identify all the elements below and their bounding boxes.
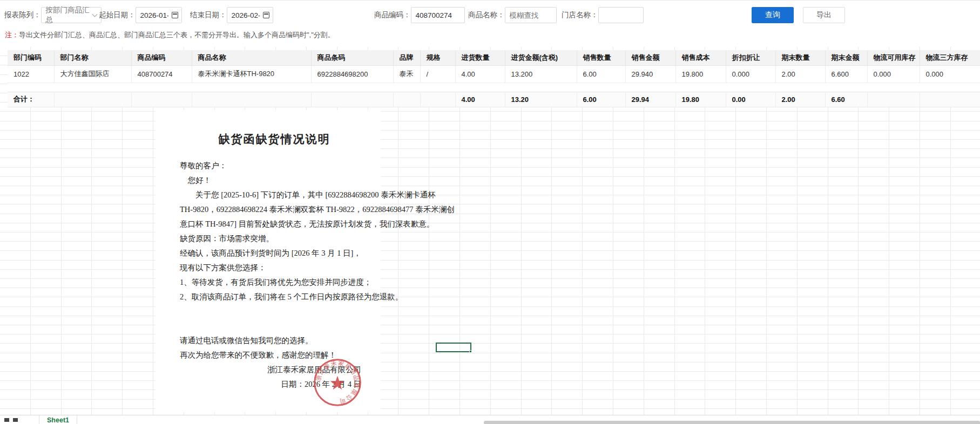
product-code-group: 商品编码： [374,7,465,23]
letter-line: 关于您 [2025-10-6] 下订的订单，其中 [6922884698200 … [180,188,369,202]
store-name-label: 门店名称： [562,7,598,23]
cell: 泰禾米澜卡通杯TH-9820 [192,65,311,83]
note-prefix: 注： [5,31,19,39]
product-code-input[interactable] [411,7,465,23]
calendar-icon[interactable] [172,12,178,18]
cell: 1022 [8,65,54,83]
end-date-group: 结束日期： [190,7,273,23]
total-cell: 6.60 [825,92,867,107]
calendar-icon[interactable] [263,12,269,18]
total-cell: 4.00 [455,92,505,107]
report-type-select[interactable]: 按部门商品汇总 [41,7,102,23]
cell: 大方佳鑫国际店 [54,65,131,83]
report-table: 部门编码 部门名称 商品编码 商品名称 商品条码 品牌 规格 进货数量 进货金额… [8,50,980,107]
note-text: 导出文件分部门汇总、商品汇总、部门商品汇总三个表，不需分开导出。输入多个商品编码… [19,31,335,39]
letter-line: 1、等待发货，有货后我们将优先为您安排并同步进度； [180,275,369,290]
report-type-group: 报表陈列： 按部门商品汇总 [4,7,102,23]
cell: 0.000 [920,65,980,83]
cell: 泰禾 [393,65,420,83]
letter-line: TH-9820，6922884698224 泰禾米澜双套杯 TH-9822，69… [180,202,369,217]
col-header: 进货金额(含税) [505,50,577,65]
cell: 2.00 [775,65,825,83]
col-header: 进货数量 [455,50,505,65]
col-header: 销售金额 [625,50,675,65]
table-total-row: 合计： 4.00 13.20 6.00 29.94 19.80 0.00 2.0… [8,92,980,107]
table-header-row: 部门编码 部门名称 商品编码 商品名称 商品条码 品牌 规格 进货数量 进货金额… [8,50,980,65]
cell: 0.000 [726,65,775,83]
col-header: 品牌 [393,50,420,65]
col-header: 规格 [420,50,455,65]
table-row[interactable]: 1022 大方佳鑫国际店 408700274 泰禾米澜卡通杯TH-9820 69… [8,65,980,83]
letter-title: 缺货函缺货情况说明 [180,132,369,150]
filter-toolbar: 报表陈列： 按部门商品汇总 起始日期： 结束日期： 商品编码： 商品 [0,1,980,47]
store-name-input[interactable] [598,7,644,23]
cell: 0.000 [867,65,920,83]
total-cell [420,92,455,107]
product-name-label: 商品名称： [468,7,505,23]
export-button[interactable]: 导出 [803,7,845,23]
fill-handle[interactable] [469,350,472,353]
total-cell [311,92,393,107]
col-header: 销售成本 [675,50,726,65]
col-header: 部门名称 [54,50,131,65]
letter-line: 缺货原因：市场需求突增。 [180,231,369,246]
col-header: 物流可用库存 [867,50,920,65]
cell: 408700274 [131,65,192,83]
col-header: 部门编码 [8,50,54,65]
total-cell [393,92,420,107]
col-header: 期末数量 [775,50,825,65]
letter-line: 您好！ [180,173,369,188]
letter-line [180,304,369,319]
letter-line [180,319,369,333]
sheet-tab-partial[interactable] [2,415,23,424]
total-cell: 19.80 [675,92,726,107]
letter-line: 请通过电话或微信告知我司您的选择。 [180,333,369,348]
col-header: 折扣折让 [726,50,775,65]
letter-line: 2、取消该商品订单，我们将在 5 个工作日内按原路径为您退款。 [180,290,369,304]
start-date-group: 起始日期： [99,7,182,23]
col-header: 物流三方库存 [920,50,980,65]
total-cell: 29.94 [625,92,675,107]
letter-line: 经确认，该商品预计到货时间为 [2026 年 3 月 1 日]， [180,246,369,261]
cell: 13.200 [505,65,577,83]
col-header: 商品条码 [311,50,393,65]
product-code-label: 商品编码： [374,7,411,23]
total-cell [192,92,311,107]
cell: 6.600 [825,65,867,83]
report-type-label: 报表陈列： [4,7,41,23]
total-cell [54,92,131,107]
total-cell [867,92,920,107]
letter-line: 尊敬的客户： [180,159,369,173]
query-button[interactable]: 查询 [752,7,794,23]
letter-line: 意口杯 TH-9847] 目前暂处缺货状态，无法按原计划发货，我们深表歉意。 [180,217,369,231]
end-date-label: 结束日期： [190,7,227,23]
cell: 6922884698200 [311,65,393,83]
export-note: 注：导出文件分部门汇总、商品汇总、部门商品汇总三个表，不需分开导出。输入多个商品… [5,30,335,40]
star-icon [330,376,345,389]
start-date-label: 起始日期： [99,7,136,23]
col-header: 期末金额 [825,50,867,65]
active-cell-selection[interactable] [436,343,471,352]
report-type-value: 按部门商品汇总 [46,5,93,25]
cell: 29.940 [625,65,675,83]
company-stamp: 浙江泰禾家居用品有限公司 [312,357,363,408]
sheet-tab-sheet1[interactable]: Sheet1 [39,415,77,424]
page: 报表陈列： 按部门商品汇总 起始日期： 结束日期： 商品编码： 商品 [0,0,980,424]
horizontal-scrollbar[interactable] [484,421,980,424]
col-header: 商品编码 [131,50,192,65]
product-name-input[interactable] [505,7,557,23]
cell: 4.00 [455,65,505,83]
total-cell: 合计： [8,92,54,107]
col-header: 销售数量 [577,50,625,65]
product-name-group: 商品名称： [468,7,557,23]
total-cell: 0.00 [726,92,775,107]
total-cell: 2.00 [775,92,825,107]
cell: 6.00 [577,65,625,83]
total-cell: 6.00 [577,92,625,107]
store-name-group: 门店名称： [562,7,644,23]
total-cell [920,92,980,107]
spacer-row [8,83,980,92]
cell: / [420,65,455,83]
total-cell [131,92,192,107]
letter-line: 现有以下方案供您选择： [180,261,369,275]
